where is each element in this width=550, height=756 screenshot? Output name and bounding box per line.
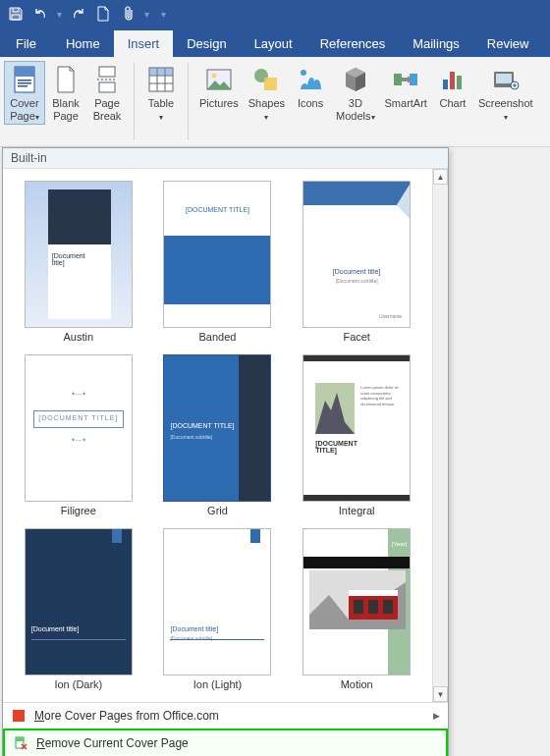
thumb-ion-dark: [Document title] — [25, 528, 133, 675]
chevron-right-icon: ▶ — [433, 711, 440, 721]
pictures-icon — [203, 64, 235, 95]
shapes-button[interactable]: Shapes▾ — [244, 61, 290, 125]
svg-rect-31 — [16, 737, 24, 741]
tab-layout[interactable]: Layout — [241, 30, 306, 57]
scroll-track[interactable] — [433, 185, 448, 686]
menu-remove-cover-page[interactable]: Remove Current Cover Page — [3, 729, 448, 756]
cover-page-gallery: Built-in [Documenttitle] Austin [DOCUMEN… — [2, 147, 449, 756]
svg-rect-8 — [149, 68, 173, 76]
thumb-banded: [DOCUMENT TITLE] — [163, 181, 271, 328]
svg-rect-20 — [496, 74, 512, 83]
tab-insert[interactable]: Insert — [114, 30, 174, 57]
cover-page-button[interactable]: CoverPage▾ — [4, 61, 45, 125]
gallery-item-banded[interactable]: [DOCUMENT TITLE] Banded — [150, 177, 286, 347]
chart-icon — [437, 64, 468, 95]
cover-page-icon — [9, 64, 40, 95]
icons-icon — [295, 64, 326, 95]
svg-rect-17 — [450, 72, 455, 89]
svg-point-13 — [301, 70, 306, 76]
gallery-item-grid[interactable]: [DOCUMENT TITLE] [Document subtitle] Gri… — [150, 351, 286, 520]
svg-rect-25 — [349, 590, 398, 596]
menu-more-cover-pages[interactable]: More Cover Pages from Office.com ▶ — [3, 703, 448, 729]
svg-rect-4 — [18, 85, 28, 87]
svg-rect-18 — [457, 76, 462, 89]
thumb-ion-light: [Document title] [Document subtitle] — [163, 528, 271, 675]
svg-rect-14 — [394, 74, 402, 85]
tab-review[interactable]: Review — [473, 30, 543, 57]
3d-models-button[interactable]: 3DModels▾ — [331, 61, 379, 125]
thumb-motion: [Year] — [302, 528, 411, 675]
svg-rect-28 — [383, 600, 393, 614]
ribbon-group-pages: CoverPage▾ BlankPage PageBreak — [0, 57, 132, 146]
gallery-item-ion-light[interactable]: [Document title] [Document subtitle] Ion… — [150, 524, 286, 694]
svg-rect-29 — [13, 710, 25, 722]
svg-rect-3 — [18, 82, 31, 84]
gallery-item-ion-dark[interactable]: [Document title] Ion (Dark) — [11, 524, 146, 694]
remove-icon — [13, 735, 28, 751]
blank-page-button[interactable]: BlankPage — [45, 61, 86, 125]
tab-design[interactable]: Design — [173, 30, 240, 57]
gallery-header: Built-in — [3, 148, 448, 169]
qat-dropdown[interactable]: ▾ — [142, 9, 151, 20]
icons-button[interactable]: Icons — [290, 61, 331, 113]
svg-rect-1 — [15, 67, 34, 77]
chart-button[interactable]: Chart — [432, 61, 473, 113]
screenshot-icon — [490, 64, 522, 95]
thumb-grid: [DOCUMENT TITLE] [Document subtitle] — [163, 354, 271, 502]
tab-view[interactable]: View — [542, 30, 550, 57]
screenshot-button[interactable]: Screenshot▾ — [473, 61, 538, 125]
table-button[interactable]: Table▾ — [140, 61, 182, 125]
3d-models-icon — [340, 64, 371, 95]
svg-rect-5 — [99, 67, 115, 77]
page-break-button[interactable]: PageBreak — [86, 61, 128, 125]
thumb-facet: [Document title] [Document subtitle] Use… — [302, 181, 411, 328]
svg-rect-2 — [18, 80, 31, 81]
quick-access-toolbar: ▾ ▾ ▾ — [0, 0, 550, 27]
svg-rect-27 — [368, 600, 378, 614]
save-button[interactable] — [4, 2, 28, 26]
svg-point-10 — [211, 74, 216, 79]
svg-rect-6 — [99, 82, 115, 92]
tab-references[interactable]: References — [306, 30, 399, 57]
ribbon-group-illustrations: Pictures Shapes▾ Icons 3DModels▾ SmartAr… — [191, 57, 542, 146]
ribbon-group-tables: Table▾ — [137, 57, 186, 146]
gallery-grid: [Documenttitle] Austin [DOCUMENT TITLE] … — [3, 169, 432, 702]
redo-button[interactable] — [66, 2, 89, 26]
svg-rect-12 — [264, 78, 277, 90]
thumb-integral: Lorem ipsum dolor sitamet consecteturadi… — [302, 354, 411, 502]
tab-home[interactable]: Home — [52, 30, 114, 57]
undo-button[interactable] — [29, 2, 53, 26]
scroll-up-button[interactable]: ▲ — [433, 169, 448, 185]
gallery-item-motion[interactable]: [Year] Motion — [289, 524, 424, 694]
new-doc-button[interactable] — [91, 2, 115, 26]
gallery-item-filigree[interactable]: ✦—✦ [DOCUMENT TITLE] ✦—✦ Filigree — [11, 351, 146, 520]
tab-file[interactable]: File — [0, 30, 52, 57]
ribbon-tabs: File Home Insert Design Layout Reference… — [0, 27, 550, 57]
ribbon: CoverPage▾ BlankPage PageBreak Table▾ — [0, 57, 550, 147]
blank-page-icon — [50, 64, 82, 95]
thumb-austin: [Documenttitle] — [25, 181, 133, 328]
svg-rect-16 — [443, 80, 448, 89]
smartart-button[interactable]: SmartArt — [380, 61, 432, 113]
attach-button[interactable] — [117, 2, 140, 26]
office-icon — [11, 708, 27, 724]
shapes-icon — [250, 64, 282, 95]
thumb-filigree: ✦—✦ [DOCUMENT TITLE] ✦—✦ — [25, 354, 133, 502]
smartart-icon — [390, 64, 421, 95]
scroll-down-button[interactable]: ▼ — [433, 686, 448, 702]
pictures-button[interactable]: Pictures — [194, 61, 244, 113]
qat-customize[interactable]: ▾ — [159, 9, 168, 20]
gallery-item-facet[interactable]: [Document title] [Document subtitle] Use… — [289, 177, 424, 347]
page-break-icon — [91, 64, 123, 95]
tab-mailings[interactable]: Mailings — [399, 30, 473, 57]
table-icon — [145, 64, 177, 95]
svg-rect-26 — [354, 600, 363, 614]
gallery-footer: More Cover Pages from Office.com ▶ Remov… — [3, 702, 448, 756]
gallery-item-integral[interactable]: Lorem ipsum dolor sitamet consecteturadi… — [289, 351, 424, 520]
gallery-scrollbar[interactable]: ▲ ▼ — [432, 169, 448, 702]
gallery-item-austin[interactable]: [Documenttitle] Austin — [11, 177, 146, 347]
qat-separator: ▾ — [55, 9, 64, 20]
